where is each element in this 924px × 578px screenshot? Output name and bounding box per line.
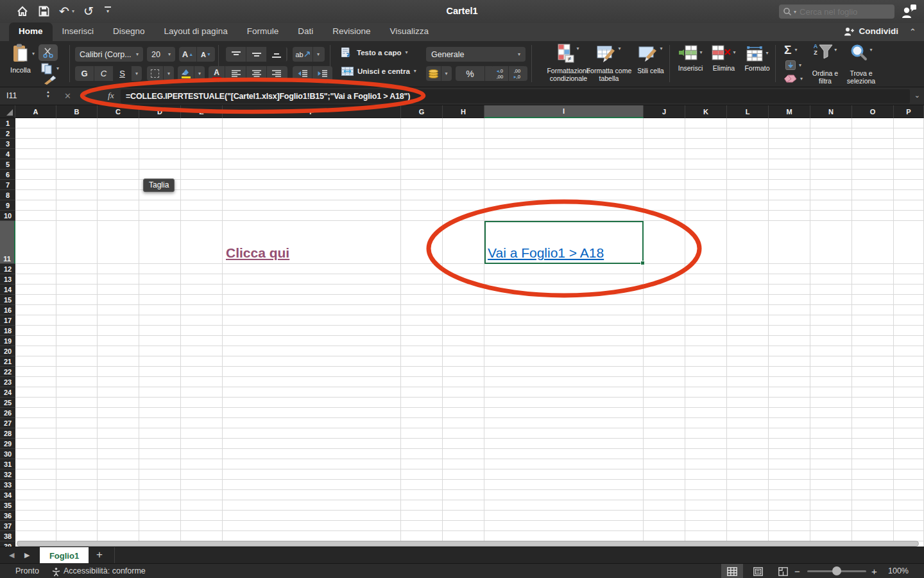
align-top-button[interactable] <box>226 47 246 62</box>
collapse-ribbon-icon[interactable]: ⌃ <box>909 27 916 37</box>
row-header-19[interactable]: 19 <box>0 336 15 346</box>
zoom-out-icon[interactable]: − <box>794 566 800 577</box>
merge-center-button[interactable]: Unisci e centra ▾ <box>341 67 416 76</box>
tab-dati[interactable]: Dati <box>288 22 323 41</box>
cell-F11[interactable]: Clicca qui <box>223 221 401 264</box>
column-header-K[interactable]: K <box>685 105 727 118</box>
align-middle-button[interactable] <box>246 47 267 62</box>
sheet-tab-foglio1[interactable]: Foglio1 <box>40 547 89 564</box>
row-header-34[interactable]: 34 <box>0 490 15 500</box>
row-header-26[interactable]: 26 <box>0 408 15 418</box>
align-left-button[interactable] <box>226 66 246 81</box>
row-header-33[interactable]: 33 <box>0 480 15 490</box>
column-header-M[interactable]: M <box>769 105 810 118</box>
column-header-O[interactable]: O <box>852 105 894 118</box>
row-header-24[interactable]: 24 <box>0 387 15 398</box>
paste-button[interactable]: Incolla <box>6 44 35 83</box>
zoom-in-icon[interactable]: + <box>871 566 877 577</box>
normal-view-button[interactable] <box>721 564 743 578</box>
row-header-14[interactable]: 14 <box>0 285 15 295</box>
column-header-P[interactable]: P <box>894 105 924 118</box>
row-header-28[interactable]: 28 <box>0 428 15 439</box>
row-header-29[interactable]: 29 <box>0 439 15 449</box>
underline-button[interactable]: S <box>114 66 132 81</box>
column-header-B[interactable]: B <box>56 105 98 118</box>
number-format-select[interactable]: Generale ▾ <box>426 47 526 62</box>
grow-font-button[interactable]: A▲ <box>179 47 197 62</box>
row-header-3[interactable]: 3 <box>0 139 15 149</box>
row-header-7[interactable]: 7 <box>0 180 15 190</box>
row-header-5[interactable]: 5 <box>0 159 15 170</box>
row-header-37[interactable]: 37 <box>0 521 15 531</box>
row-header-39[interactable]: 39 <box>0 541 15 547</box>
delete-cells-button[interactable]: ▾ Elimina <box>709 45 739 60</box>
align-bottom-button[interactable] <box>267 47 286 62</box>
align-center-button[interactable] <box>246 66 267 81</box>
row-header-16[interactable]: 16 <box>0 305 15 315</box>
row-header-32[interactable]: 32 <box>0 469 15 480</box>
row-header-8[interactable]: 8 <box>0 190 15 200</box>
tab-disegno[interactable]: Disegno <box>103 22 155 41</box>
tab-inserisci[interactable]: Inserisci <box>53 22 104 41</box>
clear-button[interactable]: ▾ <box>784 74 803 83</box>
increase-decimal-button[interactable]: ◂.0,00 <box>492 66 509 81</box>
name-box-spinner[interactable]: ▲▼ <box>46 90 50 98</box>
tab-revisione[interactable]: Revisione <box>323 22 380 41</box>
cut-button[interactable] <box>38 44 58 61</box>
accessibility-icon[interactable] <box>51 567 61 577</box>
fx-icon[interactable]: fx <box>108 91 114 101</box>
row-header-11[interactable]: 11 <box>0 221 15 264</box>
row-header-38[interactable]: 38 <box>0 531 15 541</box>
account-avatar[interactable] <box>902 4 916 19</box>
copy-button[interactable] <box>41 63 53 74</box>
font-size-select[interactable]: 20 ▾ <box>147 47 175 62</box>
enter-icon[interactable]: ✓ <box>82 91 89 100</box>
search-scope-caret-icon[interactable]: ▾ <box>794 9 796 15</box>
row-header-31[interactable]: 31 <box>0 459 15 469</box>
row-header-35[interactable]: 35 <box>0 500 15 511</box>
column-header-F[interactable]: F <box>223 105 401 118</box>
decrease-indent-button[interactable] <box>293 66 312 81</box>
search-input[interactable] <box>798 6 882 17</box>
format-as-table-button[interactable]: ▾ Formatta come tabella <box>581 44 637 63</box>
borders-caret-icon[interactable]: ▾ <box>164 66 174 81</box>
row-header-21[interactable]: 21 <box>0 356 15 367</box>
italic-button[interactable]: C <box>94 66 114 81</box>
row-header-25[interactable]: 25 <box>0 398 15 408</box>
tab-visualizza[interactable]: Visualizza <box>380 22 438 41</box>
fill-color-button[interactable]: ▾ <box>178 66 205 81</box>
row-header-18[interactable]: 18 <box>0 326 15 336</box>
row-header-9[interactable]: 9 <box>0 200 15 211</box>
row-header-4[interactable]: 4 <box>0 149 15 159</box>
percent-style-button[interactable]: % <box>456 66 485 81</box>
row-header-12[interactable]: 12 <box>0 264 15 274</box>
borders-button[interactable]: ▾ <box>147 66 174 81</box>
row-header-6[interactable]: 6 <box>0 170 15 180</box>
currency-format-button[interactable]: ▾ <box>426 66 452 81</box>
fill-handle[interactable] <box>640 261 645 265</box>
column-header-C[interactable]: C <box>98 105 139 118</box>
column-header-H[interactable]: H <box>443 105 484 118</box>
formula-bar-expand-icon[interactable]: ⌄ <box>914 91 920 100</box>
column-header-E[interactable]: E <box>181 105 223 118</box>
column-header-A[interactable]: A <box>15 105 56 118</box>
row-header-10[interactable]: 10 <box>0 211 15 221</box>
column-header-L[interactable]: L <box>727 105 769 118</box>
row-header-1[interactable]: 1 <box>0 118 15 128</box>
format-cells-button[interactable]: ▾ Formato <box>741 45 773 62</box>
cell-F11-link[interactable]: Clicca qui <box>226 245 289 261</box>
prev-sheet-icon[interactable]: ◀ <box>9 551 14 559</box>
cancel-icon[interactable]: ✕ <box>64 91 71 101</box>
format-painter-icon[interactable] <box>44 75 56 85</box>
tab-home[interactable]: Home <box>9 22 53 41</box>
sort-filter-button[interactable]: AZ ▾ Ordina e filtra <box>810 44 841 59</box>
zoom-slider-thumb[interactable] <box>832 566 841 575</box>
row-header-30[interactable]: 30 <box>0 449 15 459</box>
row-header-13[interactable]: 13 <box>0 274 15 285</box>
bold-button[interactable]: G <box>75 66 94 81</box>
row-header-36[interactable]: 36 <box>0 511 15 521</box>
next-sheet-icon[interactable]: ▶ <box>24 551 30 559</box>
wrap-text-button[interactable]: Testo a capo ▾ <box>341 48 407 57</box>
column-header-I[interactable]: I <box>484 105 644 118</box>
column-header-G[interactable]: G <box>401 105 443 118</box>
